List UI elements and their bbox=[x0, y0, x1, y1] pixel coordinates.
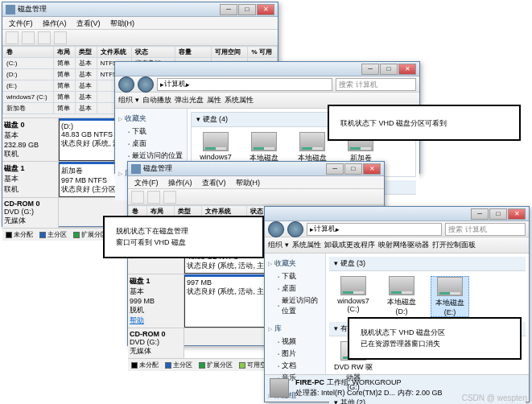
sysprops-button[interactable]: 系统属性 bbox=[292, 240, 321, 250]
menu-help[interactable]: 帮助(H) bbox=[231, 176, 266, 188]
drive-d[interactable]: 本地磁盘(D:) bbox=[382, 276, 421, 317]
autoplay-button[interactable]: 自动播放 bbox=[142, 95, 171, 105]
col-pct[interactable]: % 可用 bbox=[248, 47, 278, 58]
minimize-button[interactable]: ─ bbox=[361, 64, 379, 75]
help-icon[interactable] bbox=[54, 31, 67, 44]
back-icon[interactable] bbox=[6, 31, 19, 44]
disk-label[interactable]: 磁盘 1 基本 联机 bbox=[2, 162, 59, 197]
search-input[interactable]: 搜索 计算机 bbox=[445, 223, 526, 236]
sidebar-downloads[interactable]: 下载 bbox=[268, 270, 322, 282]
sidebar-downloads[interactable]: 下载 bbox=[118, 126, 184, 138]
drive-icon bbox=[203, 132, 229, 151]
back-icon[interactable] bbox=[131, 191, 144, 204]
properties-button[interactable]: 属性 bbox=[207, 95, 221, 105]
menu-file[interactable]: 文件(F) bbox=[4, 17, 38, 29]
forward-button[interactable] bbox=[287, 221, 303, 237]
titlebar[interactable]: 磁盘管理 ─ □ ✕ bbox=[2, 2, 278, 17]
col-fs[interactable]: 文件系统 bbox=[97, 47, 132, 58]
address-bar[interactable]: ▸ 计算机 ▸ bbox=[307, 223, 442, 236]
refresh-icon[interactable] bbox=[38, 31, 51, 44]
maximize-button[interactable]: □ bbox=[489, 208, 507, 220]
back-button[interactable] bbox=[118, 76, 134, 93]
sidebar-videos[interactable]: 视频 bbox=[268, 336, 322, 348]
maximize-button[interactable]: □ bbox=[344, 163, 362, 175]
forward-button[interactable] bbox=[138, 76, 154, 93]
menu-help[interactable]: 帮助(H) bbox=[105, 17, 140, 29]
sidebar-pictures[interactable]: 图片 bbox=[268, 348, 322, 360]
annotation-offline-dm: 脱机状态下在磁盘管理 窗口可看到 VHD 磁盘 bbox=[103, 216, 264, 258]
favorites-header[interactable]: 收藏夹 bbox=[268, 257, 322, 270]
maximize-button[interactable]: □ bbox=[238, 4, 256, 15]
watermark: CSDN @ wespten bbox=[462, 394, 527, 402]
disk-label[interactable]: 磁盘 1 基本 999 MB 脱机 帮助 bbox=[128, 274, 184, 328]
sidebar-recent[interactable]: 最近访问的位置 bbox=[118, 150, 184, 162]
refresh-icon[interactable] bbox=[163, 191, 176, 204]
sidebar-documents[interactable]: 文档 bbox=[268, 360, 322, 372]
minimize-button[interactable]: ─ bbox=[220, 4, 237, 15]
libraries-header[interactable]: 库 bbox=[268, 322, 322, 336]
mapdrive-button[interactable]: 映射网络驱动器 bbox=[378, 240, 429, 250]
close-button[interactable]: ✕ bbox=[363, 163, 381, 175]
app-icon bbox=[6, 5, 15, 14]
sidebar-desktop[interactable]: 桌面 bbox=[118, 138, 184, 150]
maximize-button[interactable]: □ bbox=[380, 64, 398, 75]
minimize-button[interactable]: ─ bbox=[471, 208, 489, 220]
window-title: 磁盘管理 bbox=[143, 163, 326, 174]
col-volume[interactable]: 卷 bbox=[3, 47, 54, 58]
computer-icon bbox=[270, 378, 289, 398]
cdrom-label[interactable]: CD-ROM 0 DVD (G:) 无媒体 bbox=[128, 328, 184, 358]
controlpanel-button[interactable]: 打开控制面板 bbox=[432, 240, 476, 250]
address-bar[interactable]: ▸ 计算机 ▸ bbox=[157, 78, 332, 91]
sysprops-button[interactable]: 系统属性 bbox=[225, 95, 254, 105]
menu-view[interactable]: 查看(V) bbox=[197, 176, 231, 188]
drive-c[interactable]: windows7(C:) bbox=[334, 276, 373, 317]
menu-action[interactable]: 操作(A) bbox=[38, 17, 72, 29]
eject-button[interactable]: 弹出光盘 bbox=[175, 95, 204, 105]
help-link[interactable]: 帮助 bbox=[130, 315, 182, 326]
forward-icon[interactable] bbox=[147, 191, 160, 204]
drive-icon bbox=[299, 132, 325, 151]
annotation-offline-explorer: 脱机状态下 VHD 磁盘分区 已在资源管理器窗口消失 bbox=[348, 317, 522, 360]
search-input[interactable]: 搜索 计算机 bbox=[336, 78, 416, 91]
window-title: 磁盘管理 bbox=[18, 4, 220, 14]
drive-e[interactable]: 本地磁盘(E:) bbox=[431, 276, 469, 317]
col-layout[interactable]: 布局 bbox=[54, 47, 76, 58]
toolbar bbox=[2, 30, 278, 46]
nav-toolbar: ▸ 计算机 ▸ 搜索 计算机 bbox=[265, 221, 529, 237]
menubar: 文件(F) 操作(A) 查看(V) 帮助(H) bbox=[128, 176, 384, 189]
menubar: 文件(F) 操作(A) 查看(V) 帮助(H) bbox=[2, 17, 278, 30]
drive-icon bbox=[340, 276, 366, 295]
nav-toolbar: ▸ 计算机 ▸ 搜索 计算机 bbox=[115, 76, 419, 93]
close-button[interactable]: ✕ bbox=[398, 64, 416, 75]
menu-view[interactable]: 查看(V) bbox=[72, 17, 105, 29]
sidebar-recent[interactable]: 最近访问的位置 bbox=[268, 295, 322, 317]
col-status[interactable]: 状态 bbox=[132, 47, 175, 58]
disk-label[interactable]: 磁盘 0 基本 232.89 GB 联机 bbox=[2, 118, 59, 161]
titlebar[interactable]: 磁盘管理 ─ □ ✕ bbox=[128, 162, 384, 176]
drive-icon bbox=[437, 277, 463, 296]
titlebar[interactable]: ─ □ ✕ bbox=[265, 207, 529, 221]
forward-icon[interactable] bbox=[22, 31, 35, 44]
drive-icon bbox=[389, 276, 414, 295]
uninstall-button[interactable]: 卸载或更改程序 bbox=[324, 240, 375, 250]
close-button[interactable]: ✕ bbox=[508, 208, 526, 220]
titlebar[interactable]: ─ □ ✕ bbox=[115, 62, 419, 76]
organize-button[interactable]: 组织 ▾ bbox=[118, 95, 139, 105]
favorites-header[interactable]: 收藏夹 bbox=[118, 112, 184, 126]
back-button[interactable] bbox=[268, 221, 284, 237]
col-free[interactable]: 可用空间 bbox=[211, 47, 247, 58]
drive-icon bbox=[251, 132, 277, 151]
nav-sidebar: 收藏夹 下载 桌面 最近访问的位置 库 视频 图片 文档 音乐 家庭组 计算机 bbox=[265, 254, 326, 374]
col-type[interactable]: 类型 bbox=[75, 47, 97, 58]
organize-button[interactable]: 组织 ▾ bbox=[268, 240, 289, 250]
sid.desktop[interactable]: 桌面 bbox=[268, 282, 322, 295]
cdrom-label[interactable]: CD-ROM 0 DVD (G:) 无媒体 bbox=[2, 198, 59, 228]
section-harddisk[interactable]: ▾ 硬盘 (3) bbox=[329, 257, 526, 271]
minimize-button[interactable]: ─ bbox=[326, 163, 344, 175]
close-button[interactable]: ✕ bbox=[257, 4, 274, 15]
col-capacity[interactable]: 容量 bbox=[175, 47, 211, 58]
app-icon bbox=[131, 164, 141, 174]
menu-action[interactable]: 操作(A) bbox=[163, 176, 197, 188]
command-bar: 组织 ▾ 系统属性 卸载或更改程序 映射网络驱动器 打开控制面板 bbox=[265, 237, 529, 254]
menu-file[interactable]: 文件(F) bbox=[130, 176, 163, 188]
